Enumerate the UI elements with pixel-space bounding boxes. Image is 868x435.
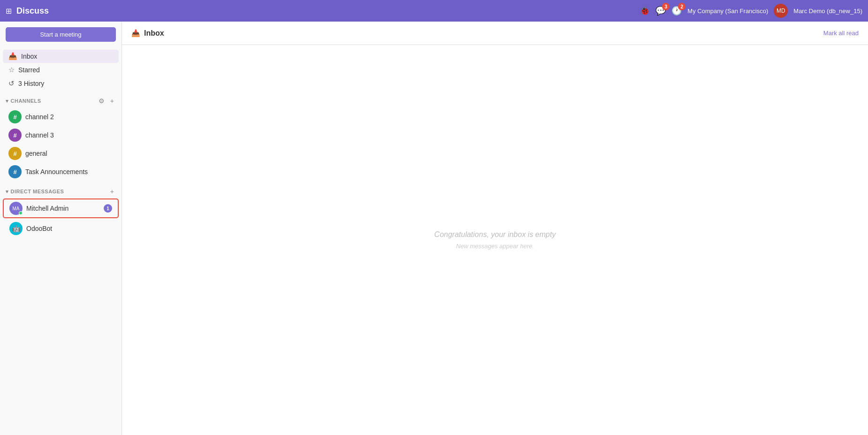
direct-messages-section: ▾ DIRECT MESSAGES + MA Mitchell Admin 1 … — [0, 183, 122, 239]
history-label: 3 History — [18, 80, 44, 87]
channel-item-channel3[interactable]: # channel 3 — [3, 126, 119, 144]
channel3-label: channel 3 — [25, 131, 54, 139]
task-announcements-label: Task Announcements — [25, 168, 88, 176]
channels-section: ▾ CHANNELS ⚙ + # channel 2 # channel 3 #… — [0, 92, 122, 181]
content-title: 📥 Inbox — [131, 29, 164, 38]
activity-icon-btn[interactable]: 🕐 2 — [671, 6, 682, 16]
content-body: Congratulations, your inbox is empty New… — [122, 45, 868, 435]
channels-actions: ⚙ + — [97, 96, 116, 106]
general-icon: # — [8, 147, 22, 160]
page-title: Inbox — [144, 29, 164, 38]
mitchell-admin-name: Mitchell Admin — [26, 205, 100, 212]
sidebar-item-inbox[interactable]: 📥 Inbox — [3, 50, 119, 63]
dm-add-button[interactable]: + — [108, 187, 116, 196]
user-name: Marc Demo (db_new_15) — [793, 8, 862, 15]
content-header: 📥 Inbox Mark all read — [122, 22, 868, 45]
mitchell-admin-initials: MA — [13, 206, 20, 211]
channels-add-button[interactable]: + — [108, 96, 116, 106]
sidebar-item-starred[interactable]: ☆ Starred — [3, 63, 119, 76]
company-name: My Company (San Francisco) — [687, 8, 768, 15]
grid-icon[interactable]: ⊞ — [6, 7, 12, 15]
nav-right: 🐞 💬 3 🕐 2 My Company (San Francisco) MD … — [640, 4, 862, 18]
online-indicator — [19, 211, 23, 215]
avatar-initials: MD — [777, 8, 785, 14]
app-title: Discuss — [16, 6, 49, 16]
sidebar-top: Start a meeting — [0, 22, 122, 47]
user-avatar[interactable]: MD — [774, 4, 788, 18]
dm-item-odoobot[interactable]: 🤖 OdooBot — [3, 219, 119, 238]
messages-badge: 3 — [662, 3, 670, 10]
mark-all-read-button[interactable]: Mark all read — [823, 30, 859, 37]
starred-label: Starred — [18, 66, 40, 74]
inbox-label: Inbox — [21, 53, 37, 60]
activity-badge: 2 — [678, 3, 685, 10]
mitchell-admin-badge: 1 — [104, 204, 112, 213]
channel-item-task-announcements[interactable]: # Task Announcements — [3, 163, 119, 181]
channels-header: ▾ CHANNELS ⚙ + — [0, 92, 122, 107]
channel2-label: channel 2 — [25, 113, 54, 121]
task-announcements-icon: # — [8, 165, 22, 178]
odoobot-avatar: 🤖 — [9, 222, 23, 235]
direct-messages-header: ▾ DIRECT MESSAGES + — [0, 183, 122, 198]
sidebar-item-history[interactable]: ↺ 3 History — [3, 77, 119, 90]
bug-icon: 🐞 — [640, 6, 650, 16]
empty-inbox-title: Congratulations, your inbox is empty — [434, 230, 556, 239]
channel-item-general[interactable]: # general — [3, 145, 119, 162]
inbox-icon: 📥 — [8, 52, 17, 61]
messages-icon-btn[interactable]: 💬 3 — [655, 6, 666, 16]
inbox-header-icon: 📥 — [131, 29, 140, 38]
empty-inbox-subtitle: New messages appear here. — [456, 243, 534, 250]
history-icon: ↺ — [8, 79, 15, 88]
main-content: 📥 Inbox Mark all read Congratulations, y… — [122, 22, 868, 435]
direct-messages-label: DIRECT MESSAGES — [11, 189, 108, 194]
nav-left: ⊞ Discuss — [6, 6, 49, 16]
channel-item-channel2[interactable]: # channel 2 — [3, 108, 119, 126]
dm-item-mitchell-admin[interactable]: MA Mitchell Admin 1 — [3, 198, 119, 218]
odoobot-name: OdooBot — [26, 225, 112, 232]
sidebar-nav-section: 📥 Inbox ☆ Starred ↺ 3 History — [0, 49, 122, 91]
collapse-channels-icon: ▾ — [6, 98, 9, 104]
channel2-icon: # — [8, 110, 22, 123]
main-layout: Start a meeting 📥 Inbox ☆ Starred ↺ 3 Hi… — [0, 22, 868, 435]
mitchell-admin-avatar: MA — [9, 202, 23, 215]
start-meeting-button[interactable]: Start a meeting — [6, 27, 116, 42]
general-label: general — [25, 150, 47, 157]
channels-settings-button[interactable]: ⚙ — [97, 96, 107, 106]
channel3-icon: # — [8, 129, 22, 142]
top-navbar: ⊞ Discuss 🐞 💬 3 🕐 2 My Company (San Fran… — [0, 0, 868, 22]
bug-icon-btn[interactable]: 🐞 — [640, 6, 650, 16]
collapse-dm-icon: ▾ — [6, 189, 9, 195]
odoobot-icon: 🤖 — [12, 225, 20, 232]
channels-label: CHANNELS — [11, 98, 97, 104]
dm-actions: + — [108, 187, 116, 196]
star-icon: ☆ — [8, 66, 15, 74]
sidebar: Start a meeting 📥 Inbox ☆ Starred ↺ 3 Hi… — [0, 22, 122, 435]
